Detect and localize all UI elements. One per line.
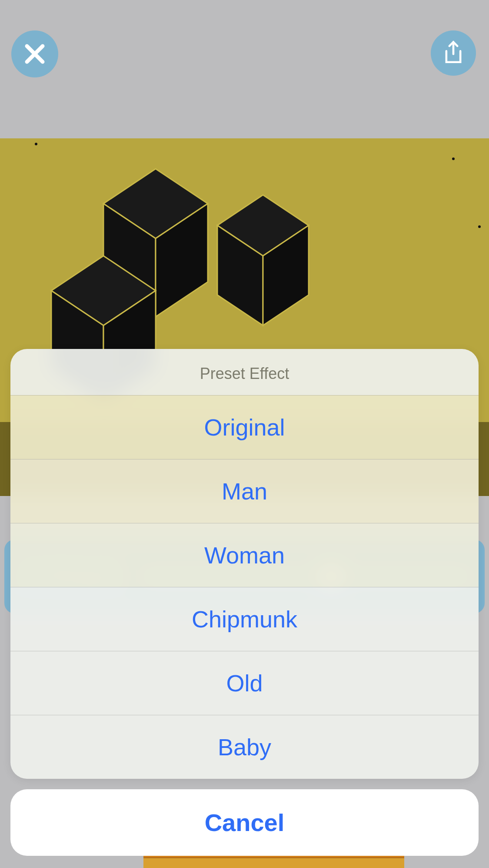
action-sheet-options: Preset Effect Original Man Woman Chipmun… <box>10 349 479 779</box>
option-old[interactable]: Old <box>10 651 479 715</box>
option-woman[interactable]: Woman <box>10 523 479 587</box>
action-sheet-title: Preset Effect <box>10 349 479 395</box>
option-chipmunk[interactable]: Chipmunk <box>10 587 479 651</box>
option-man[interactable]: Man <box>10 459 479 523</box>
cancel-button[interactable]: Cancel <box>10 789 479 856</box>
screen: ▾ VPreset Preset Effect Original Man Wom… <box>0 0 489 868</box>
option-original[interactable]: Original <box>10 395 479 459</box>
modal-overlay: Preset Effect Original Man Woman Chipmun… <box>0 0 489 868</box>
action-sheet: Preset Effect Original Man Woman Chipmun… <box>10 349 479 856</box>
option-baby[interactable]: Baby <box>10 715 479 779</box>
